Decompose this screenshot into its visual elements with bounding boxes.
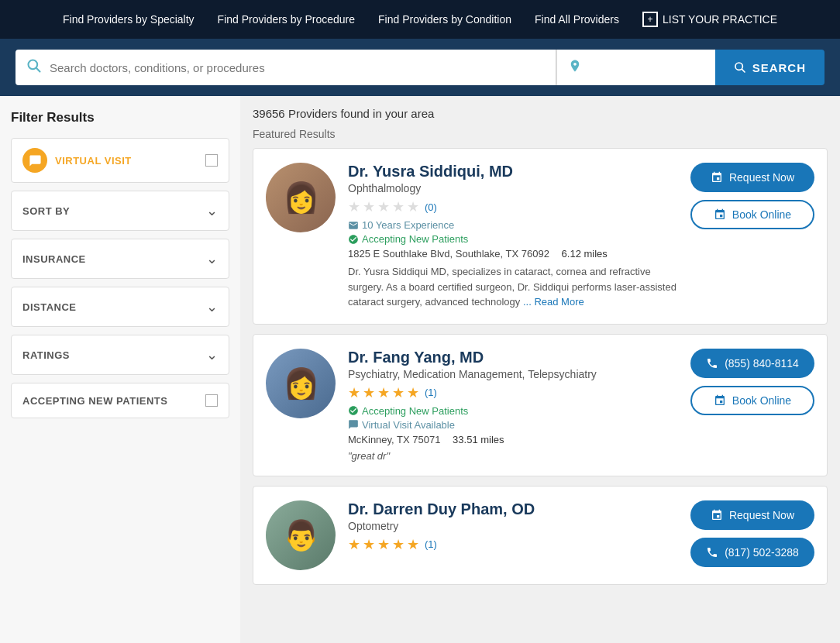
provider-name-yang: Dr. Fang Yang, MD [348,349,678,366]
ratings-label: RATINGS [22,349,70,361]
experience-tag: 10 Years Experience [348,219,454,231]
search-input-container [15,50,556,85]
tags-siddiqui: 10 Years Experience [348,219,678,231]
sidebar: Filter Results VIRTUAL VISIT SORT BY ⌄ I… [0,96,240,643]
star-4: ★ [392,198,405,215]
rating-stars-siddiqui: ★ ★ ★ ★ ★ (0) [348,198,678,215]
request-now-button-siddiqui[interactable]: Request Now [690,163,814,192]
distance-filter[interactable]: DISTANCE ⌄ [11,287,229,327]
provider-quote-yang: "great dr" [348,450,678,462]
provider-address-yang: McKinney, TX 75071 33.51 miles [348,434,678,445]
read-more-siddiqui[interactable]: ... Read More [523,296,584,308]
avatar-pham: 👨 [266,500,336,570]
request-now-button-pham[interactable]: Request Now [690,500,814,530]
virtual-visit-tag: Virtual Visit Available [348,419,455,431]
insurance-label: INSURANCE [22,253,86,265]
provider-card-yang: 👩 Dr. Fang Yang, MD Psychiatry, Medicati… [253,334,828,476]
search-input[interactable] [50,61,545,74]
star-5: ★ [407,536,419,553]
accepting-checkbox[interactable] [205,394,218,407]
insurance-chevron-icon: ⌄ [206,250,218,267]
virtual-tag-yang: Virtual Visit Available [348,419,678,431]
phone-button-pham[interactable]: (817) 502-3288 [690,538,814,567]
star-2: ★ [363,536,375,553]
star-3: ★ [377,536,390,553]
svg-point-0 [29,60,38,69]
main-layout: Filter Results VIRTUAL VISIT SORT BY ⌄ I… [0,96,840,643]
accepting-tag-siddiqui: Accepting New Patients [348,233,678,245]
virtual-visit-label: VIRTUAL VISIT [55,155,198,167]
nav-specialty[interactable]: Find Providers by Specialty [63,13,195,26]
featured-label: Featured Results [253,128,828,140]
search-icon [26,58,42,77]
provider-info-siddiqui: Dr. Yusra Siddiqui, MD Ophthalmology ★ ★… [348,163,678,310]
svg-point-1 [735,63,742,70]
provider-specialty-yang: Psychiatry, Medication Management, Telep… [348,368,678,380]
review-count-pham: (1) [425,538,437,550]
ratings-filter[interactable]: RATINGS ⌄ [11,335,229,375]
nav-procedure[interactable]: Find Providers by Procedure [218,13,355,26]
star-4: ★ [392,536,405,553]
nav-condition[interactable]: Find Providers by Condition [378,13,511,26]
book-online-button-siddiqui[interactable]: Book Online [690,200,814,229]
search-button[interactable]: SEARCH [715,50,825,85]
accepting-tag-yang: Accepting New Patients [348,405,468,417]
avatar-siddiqui: 👩 [266,163,336,232]
star-2: ★ [363,384,375,401]
star-4: ★ [392,384,405,401]
accepting-label: ACCEPTING NEW PATIENTS [22,395,167,407]
provider-info-yang: Dr. Fang Yang, MD Psychiatry, Medication… [348,349,678,462]
book-online-button-yang[interactable]: Book Online [690,386,814,415]
provider-card-pham: 👨 Dr. Darren Duy Pham, OD Optometry ★ ★ … [253,486,828,585]
provider-name-siddiqui: Dr. Yusra Siddiqui, MD [348,163,678,181]
accepting-new-tag: Accepting New Patients [348,233,468,245]
review-count-yang: (1) [425,387,437,398]
location-pin-icon [568,59,582,77]
list-your-practice[interactable]: + LIST YOUR PRACTICE [642,12,777,27]
star-5: ★ [407,384,419,401]
list-practice-icon: + [642,12,658,27]
distance-chevron-icon: ⌄ [206,298,218,315]
star-1: ★ [348,198,360,215]
action-btns-yang: (855) 840-8114 Book Online [690,349,814,415]
ratings-chevron-icon: ⌄ [206,346,218,363]
filter-title: Filter Results [11,110,229,126]
avatar-yang: 👩 [266,349,336,418]
provider-name-pham: Dr. Darren Duy Pham, OD [348,500,678,518]
star-3: ★ [377,198,390,215]
sort-by-chevron-icon: ⌄ [206,202,218,219]
rating-stars-yang: ★ ★ ★ ★ ★ (1) [348,384,678,401]
tags-yang: Accepting New Patients [348,405,678,417]
phone-button-yang[interactable]: (855) 840-8114 [690,349,814,378]
provider-specialty-pham: Optometry [348,520,678,532]
insurance-filter[interactable]: INSURANCE ⌄ [11,239,229,279]
provider-desc-siddiqui: Dr. Yusra Siddiqui MD, specializes in ca… [348,264,678,310]
search-bar: Roanoke, TX 76262 SEARCH [0,39,840,96]
accepting-new-patients-filter[interactable]: ACCEPTING NEW PATIENTS [11,383,229,418]
nav-all-providers[interactable]: Find All Providers [535,13,619,26]
distance-label: DISTANCE [22,301,76,313]
rating-stars-pham: ★ ★ ★ ★ ★ (1) [348,536,678,553]
action-btns-pham: Request Now (817) 502-3288 [690,500,814,567]
star-1: ★ [348,536,360,553]
virtual-visit-checkbox[interactable] [205,154,218,167]
location-input[interactable]: Roanoke, TX 76262 [588,61,704,74]
results-area: 39656 Providers found in your area Featu… [240,96,840,605]
provider-address-siddiqui: 1825 E Southlake Blvd, Southlake, TX 760… [348,248,678,260]
provider-card-siddiqui: 👩 Dr. Yusra Siddiqui, MD Ophthalmology ★… [253,148,828,325]
location-input-container: Roanoke, TX 76262 [556,50,715,85]
star-3: ★ [377,384,390,401]
sort-by-label: SORT BY [22,205,70,217]
action-btns-siddiqui: Request Now Book Online [690,163,814,229]
star-5: ★ [407,198,419,215]
star-1: ★ [348,384,360,401]
top-navigation: Find Providers by Specialty Find Provide… [0,0,840,39]
provider-info-pham: Dr. Darren Duy Pham, OD Optometry ★ ★ ★ … [348,500,678,557]
provider-specialty-siddiqui: Ophthalmology [348,182,678,194]
review-count-siddiqui: (0) [425,201,437,213]
virtual-visit-filter[interactable]: VIRTUAL VISIT [11,138,229,183]
virtual-visit-icon [22,148,47,173]
results-count: 39656 Providers found in your area [253,107,828,120]
star-2: ★ [363,198,375,215]
sort-by-filter[interactable]: SORT BY ⌄ [11,191,229,231]
